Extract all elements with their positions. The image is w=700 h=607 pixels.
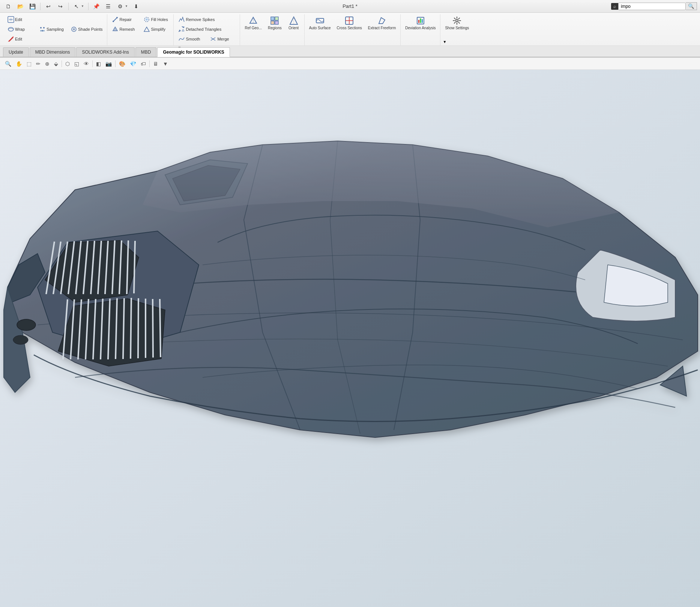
- toolbar-left: 🗋 📂 💾 ↩ ↪ ↖ ▼ 📌 ☰ ⚙ ▼ ⬇: [3, 2, 141, 11]
- svg-point-8: [73, 28, 75, 30]
- view-sep-1: [62, 60, 62, 67]
- edit-button[interactable]: Edit: [5, 35, 35, 44]
- tab-update[interactable]: Update: [3, 47, 29, 57]
- ribbon-group-settings: Show Settings ▼: [440, 14, 473, 45]
- transform-btn[interactable]: ⊕: [43, 60, 51, 68]
- separator-1: [40, 3, 41, 10]
- remesh-icon: [112, 26, 119, 33]
- camera-btn[interactable]: 📷: [104, 60, 114, 68]
- simplify-button[interactable]: Simplify: [141, 25, 171, 34]
- svg-marker-17: [182, 27, 184, 28]
- ribbon-row-settings: Show Settings: [443, 15, 471, 31]
- render-btn[interactable]: 💎: [128, 60, 138, 68]
- search-icon-btn[interactable]: ⌕: [611, 3, 618, 10]
- search-input[interactable]: [618, 3, 686, 10]
- wrap-button[interactable]: Wrap: [5, 25, 35, 34]
- extract-freeform-icon: [377, 16, 386, 25]
- grille-bar: [160, 299, 161, 357]
- svg-point-3: [43, 27, 45, 29]
- hide-show-btn[interactable]: 👁: [82, 60, 91, 68]
- ribbon-group-repair: Repair Fill Holes Remesh: [107, 14, 174, 45]
- search-submit-btn[interactable]: 🔍: [686, 2, 697, 10]
- smooth-icon: [178, 36, 185, 42]
- svg-point-6: [43, 30, 45, 32]
- ribbon-row-detached: Detached Triangles: [176, 25, 224, 34]
- shade-points-button[interactable]: Shade Points: [68, 25, 105, 34]
- draw-btn[interactable]: ✏: [34, 60, 42, 68]
- window-title: Part1 *: [342, 3, 358, 9]
- list-button[interactable]: ☰: [103, 2, 114, 11]
- reduce-noise-button[interactable]: Edit: [5, 15, 35, 24]
- new-button[interactable]: 🗋: [3, 2, 14, 11]
- svg-point-10: [113, 21, 114, 22]
- list-icon: ☰: [105, 3, 112, 10]
- save-icon: 💾: [29, 3, 36, 10]
- regions-button[interactable]: Regions: [266, 15, 284, 31]
- tab-mbd[interactable]: MBD: [135, 47, 157, 57]
- cross-sections-button[interactable]: Cross Sections: [335, 15, 364, 31]
- ref-geo-label: Ref Geo...: [245, 26, 262, 30]
- gear-button[interactable]: ⚙ ▼: [115, 2, 129, 11]
- undo-icon: ↩: [45, 3, 52, 10]
- remove-spikes-button[interactable]: Remove Spikes: [176, 15, 217, 24]
- appearance-btn[interactable]: 🎨: [117, 60, 127, 68]
- component-btn[interactable]: ⬙: [52, 60, 60, 68]
- reduce-noise-label: Edit: [15, 17, 22, 22]
- pointer-button[interactable]: ↖ ▼: [71, 2, 86, 11]
- area-select-btn[interactable]: ⬚: [25, 60, 33, 68]
- remesh-button[interactable]: Remesh: [110, 25, 140, 34]
- deviation-analysis-button[interactable]: Deviation Analysis: [403, 15, 438, 31]
- sections-view-btn[interactable]: ◧: [94, 60, 103, 68]
- main-viewport[interactable]: [0, 70, 700, 607]
- smooth-button[interactable]: Smooth: [176, 35, 206, 44]
- merge-button[interactable]: Merge: [207, 35, 237, 44]
- undo-button[interactable]: ↩: [43, 2, 54, 11]
- merge-icon: [210, 36, 216, 42]
- ribbon: Edit Wrap Sampling: [0, 13, 700, 58]
- svg-marker-15: [144, 27, 149, 32]
- svg-rect-30: [418, 20, 419, 23]
- sampling-label: Sampling: [47, 27, 64, 32]
- fill-holes-icon: [143, 16, 150, 23]
- open-icon: 📂: [17, 3, 24, 10]
- save-button[interactable]: 💾: [27, 2, 38, 11]
- show-settings-button[interactable]: Show Settings: [443, 15, 471, 31]
- ref-geo-button[interactable]: Ref Geo...: [242, 15, 264, 31]
- open-button[interactable]: 📂: [15, 2, 26, 11]
- title-bar: 🗋 📂 💾 ↩ ↪ ↖ ▼ 📌 ☰ ⚙ ▼ ⬇: [0, 0, 700, 13]
- orient-button[interactable]: Orient: [285, 15, 302, 31]
- decals-btn[interactable]: 🏷: [139, 60, 148, 68]
- ribbon-group-remove: Remove Spikes Detached Triangles Smooth: [174, 14, 240, 45]
- auto-surface-button[interactable]: Auto Surface: [307, 15, 333, 31]
- sampling-button[interactable]: Sampling: [37, 25, 67, 34]
- display-style-btn[interactable]: ◱: [72, 60, 81, 68]
- sampling-icon: [39, 26, 46, 33]
- redo-button[interactable]: ↪: [55, 2, 66, 11]
- new-icon: 🗋: [5, 3, 12, 10]
- download-button[interactable]: ⬇: [131, 2, 141, 11]
- repair-button[interactable]: Repair: [110, 15, 140, 24]
- screen-capture-btn[interactable]: 🖥: [151, 60, 160, 68]
- remove-spikes-icon: [178, 16, 185, 23]
- separator-3: [88, 3, 89, 10]
- pan-btn[interactable]: ✋: [14, 60, 24, 68]
- fill-holes-button[interactable]: Fill Holes: [141, 15, 171, 24]
- zoom-btn[interactable]: 🔍: [3, 60, 13, 68]
- tab-solidworks-addins[interactable]: SOLIDWORKS Add-Ins: [76, 47, 134, 57]
- regions-label: Regions: [268, 26, 282, 30]
- ribbon-group-surface: Auto Surface Cross Sections Extract Free…: [305, 14, 401, 45]
- view-sep-2: [92, 60, 93, 67]
- settings-expand-btn[interactable]: ▼: [443, 40, 446, 44]
- ribbon-toolbar: Edit Wrap Sampling: [0, 13, 700, 46]
- svg-rect-23: [271, 21, 274, 24]
- separator-2: [68, 3, 69, 10]
- extract-freeform-button[interactable]: Extract Freeform: [366, 15, 398, 31]
- detached-triangles-button[interactable]: Detached Triangles: [176, 25, 224, 34]
- view-dropdown-btn[interactable]: ▼: [161, 60, 170, 68]
- remesh-label: Remesh: [119, 27, 135, 32]
- pin-button[interactable]: 📌: [91, 2, 102, 11]
- tab-geomagic[interactable]: Geomagic for SOLIDWORKS: [157, 47, 230, 57]
- tab-mbd-dimensions[interactable]: MBD Dimensions: [30, 47, 76, 57]
- svg-point-9: [116, 17, 118, 18]
- view-orientation-btn[interactable]: ⬡: [63, 60, 72, 68]
